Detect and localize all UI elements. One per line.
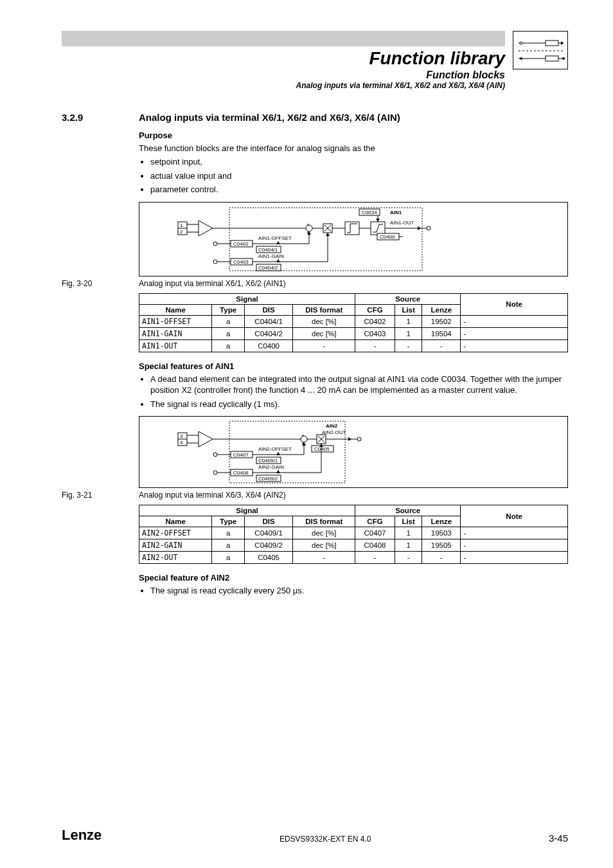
svg-text:C0034: C0034	[362, 210, 377, 215]
fig-caption: Analog input via terminal X6/3, X6/4 (AI…	[139, 491, 286, 500]
title-small: Analog inputs via terminal X6/1, X6/2 an…	[296, 81, 505, 90]
svg-text:C0407: C0407	[233, 452, 249, 458]
figure-2-caption: Fig. 3-21 Analog input via terminal X6/3…	[139, 491, 568, 500]
svg-text:1: 1	[180, 222, 183, 228]
svg-point-43	[213, 242, 217, 246]
diagram-ain2: 3 4 + + AIN2 AIN2-OUT C0405	[139, 416, 568, 488]
svg-text:C0405: C0405	[314, 446, 330, 452]
list-item: actual value input and	[150, 170, 568, 182]
table-row: AIN2-GAIN a C0409/2 dec [%] C0408 1 1950…	[139, 539, 568, 552]
svg-text:+: +	[301, 433, 305, 439]
svg-marker-34	[376, 219, 380, 222]
svg-text:4: 4	[180, 440, 183, 446]
svg-marker-37	[418, 226, 421, 230]
svg-marker-18	[199, 221, 213, 236]
brand-logo: Lenze	[62, 827, 102, 844]
svg-text:AIN1-GAIN: AIN1-GAIN	[258, 253, 284, 259]
svg-marker-60	[326, 233, 330, 236]
figure-1-caption: Fig. 3-20 Analog input via terminal X6/1…	[139, 279, 568, 288]
svg-text:AIN1-OFFSET: AIN1-OFFSET	[258, 235, 292, 241]
svg-text:C0404/1: C0404/1	[258, 247, 278, 253]
svg-point-84	[357, 437, 361, 441]
svg-text:C0409/2: C0409/2	[258, 476, 278, 482]
function-block-icon	[513, 31, 568, 69]
list-item: The signal is read cyclically every 250 …	[150, 585, 568, 597]
svg-text:C0408: C0408	[233, 470, 249, 476]
purpose-list: setpoint input, actual value input and p…	[150, 156, 568, 195]
svg-point-4	[520, 42, 522, 44]
table-row: AIN1-OFFSET a C0404/1 dec [%] C0402 1 19…	[139, 315, 568, 327]
svg-marker-83	[348, 437, 351, 441]
page: Function library Function blocks Analog …	[0, 0, 613, 868]
list-item: A dead band element can be integrated in…	[150, 374, 568, 396]
signal-table-1: Signal Source Note Name Type DIS DIS for…	[139, 293, 568, 352]
header-titles: Function library Function blocks Analog …	[62, 31, 513, 90]
svg-text:C0400: C0400	[380, 234, 395, 240]
svg-text:AIN2-OFFSET: AIN2-OFFSET	[258, 446, 292, 452]
svg-text:C0409/1: C0409/1	[258, 458, 278, 464]
page-number: 3-45	[549, 833, 568, 844]
svg-rect-7	[546, 56, 558, 61]
fig-label: Fig. 3-21	[62, 491, 139, 500]
svg-point-9	[562, 57, 565, 60]
svg-point-10	[520, 57, 522, 60]
special2-head: Special feature of AIN2	[139, 573, 568, 583]
purpose-intro: These function blocks are the interface …	[139, 143, 568, 154]
special1-head: Special features of AIN1	[139, 361, 568, 371]
svg-point-99	[213, 471, 217, 475]
svg-marker-53	[276, 241, 280, 244]
fig-caption: Analog input via terminal X6/1, X6/2 (AI…	[139, 279, 286, 288]
svg-text:C0402: C0402	[233, 241, 249, 247]
section-heading: 3.2.9 Analog inputs via terminal X6/1, X…	[62, 112, 568, 123]
page-header: Function library Function blocks Analog …	[62, 31, 568, 90]
svg-text:AIN1: AIN1	[390, 210, 402, 215]
svg-text:AIN2: AIN2	[326, 423, 338, 429]
svg-marker-64	[276, 259, 280, 262]
svg-point-54	[213, 260, 217, 264]
doc-id: EDSVS9332K-EXT EN 4.0	[280, 835, 371, 844]
svg-point-38	[427, 226, 431, 230]
section-number: 3.2.9	[62, 112, 139, 123]
list-item: setpoint input,	[150, 156, 568, 168]
table-row: AIN2-OFFSET a C0409/1 dec [%] C0407 1 19…	[139, 527, 568, 539]
svg-text:AIN2-OUT: AIN2-OUT	[322, 429, 346, 435]
svg-text:AIN1-OUT: AIN1-OUT	[390, 220, 414, 226]
svg-point-88	[213, 453, 217, 457]
svg-marker-3	[561, 41, 564, 45]
table-row: AIN1-GAIN a C0404/2 dec [%] C0403 1 1950…	[139, 327, 568, 339]
svg-text:C0404/2: C0404/2	[258, 265, 278, 271]
content-body: Purpose These function blocks are the in…	[139, 131, 568, 597]
fig-label: Fig. 3-20	[62, 279, 139, 288]
special1-list: A dead band element can be integrated in…	[150, 374, 568, 410]
svg-text:+: +	[306, 222, 310, 228]
svg-marker-72	[199, 431, 213, 447]
title-sub: Function blocks	[426, 69, 505, 81]
svg-text:C0403: C0403	[233, 259, 249, 265]
list-item: The signal is read cyclically (1 ms).	[150, 399, 568, 410]
list-item: parameter control.	[150, 184, 568, 195]
table-row: AIN2-OUT a C0405 - - - - -	[139, 552, 568, 564]
svg-text:AIN2-GAIN: AIN2-GAIN	[258, 464, 284, 470]
special2-list: The signal is read cyclically every 250 …	[150, 585, 568, 597]
svg-text:2: 2	[180, 229, 183, 235]
table-row: AIN1-OUT a C0400 - - - - -	[139, 339, 568, 352]
signal-table-2: Signal Source Note Name Type DIS DIS for…	[139, 505, 568, 564]
svg-text:3: 3	[180, 433, 183, 439]
section-title: Analog inputs via terminal X6/1, X6/2 an…	[139, 112, 568, 123]
header-grey-bar	[62, 31, 505, 46]
diagram-ain1: 1 2 + +	[139, 202, 568, 276]
page-footer: Lenze EDSVS9332K-EXT EN 4.0 3-45	[62, 827, 568, 844]
svg-marker-109	[276, 470, 280, 473]
svg-marker-98	[276, 452, 280, 455]
svg-rect-1	[546, 41, 558, 46]
purpose-head: Purpose	[139, 131, 568, 140]
title-main: Function library	[369, 48, 505, 69]
